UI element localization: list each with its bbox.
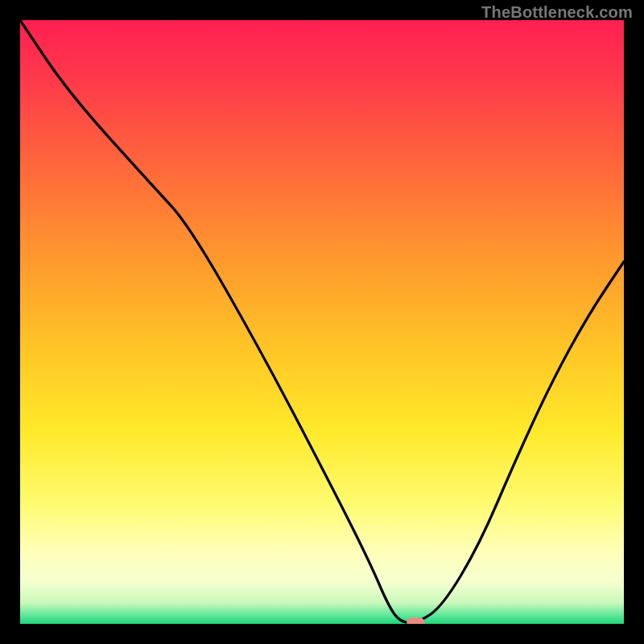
chart-frame: TheBottleneck.com xyxy=(0,0,644,644)
optimal-point-marker xyxy=(407,618,424,625)
plot-area xyxy=(20,20,624,624)
watermark-text: TheBottleneck.com xyxy=(481,3,633,22)
bottleneck-chart xyxy=(20,20,624,624)
gradient-background xyxy=(20,20,624,624)
